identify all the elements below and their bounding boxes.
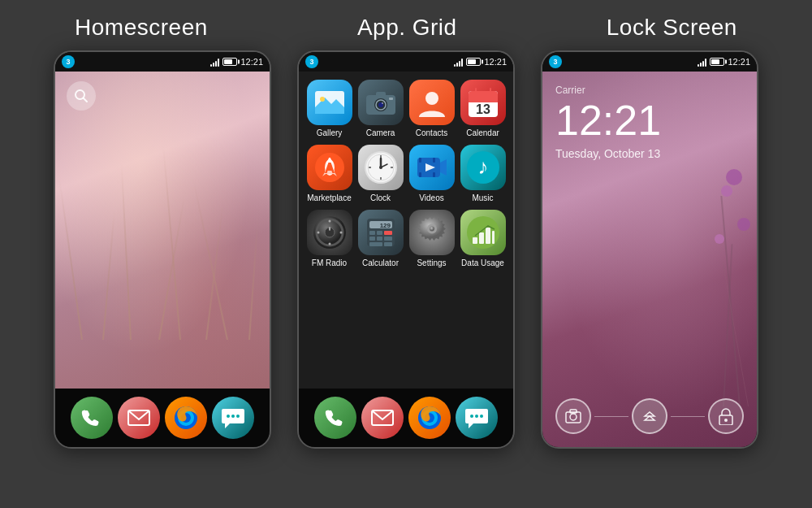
app-item-videos[interactable]: Videos — [408, 145, 456, 203]
calendar-svg: 13 — [465, 85, 501, 120]
unlock-button[interactable] — [632, 398, 667, 434]
app-grid: Gallery C — [305, 80, 507, 268]
app-item-settings[interactable]: Settings — [408, 210, 456, 268]
music-svg: ♪ — [465, 150, 501, 185]
status-right-2: 12:21 — [454, 57, 507, 67]
dock-firefox-button-2[interactable] — [408, 397, 451, 439]
status-left: 3 — [62, 55, 75, 68]
grass-blade — [162, 145, 181, 340]
svg-point-7 — [231, 415, 235, 418]
svg-point-17 — [382, 102, 383, 104]
dock-phone-button-2[interactable] — [314, 397, 356, 439]
lockscreen-title: Lock Screen — [607, 15, 737, 41]
flower-1 — [726, 169, 742, 185]
svg-rect-48 — [419, 172, 421, 177]
svg-point-11 — [320, 97, 325, 102]
videos-svg — [414, 150, 450, 185]
network-indicator-3: 3 — [549, 55, 562, 68]
svg-rect-50 — [433, 172, 435, 177]
grass-blade — [248, 218, 258, 340]
svg-rect-72 — [384, 242, 392, 246]
lockscreen-phone: 3 12:21 — [541, 50, 758, 449]
svg-rect-76 — [473, 237, 477, 244]
dock-mail-button-2[interactable] — [361, 397, 404, 439]
phones-row: 3 12:21 — [54, 50, 758, 449]
fmradio-icon — [307, 210, 352, 255]
battery-fill-3 — [711, 59, 719, 64]
lock-time: 12:21 — [555, 98, 744, 144]
calculator-icon: 129 — [358, 210, 404, 255]
svg-point-88 — [570, 414, 577, 420]
signal-bar — [702, 61, 704, 67]
app-item-music[interactable]: ♪ Music — [459, 145, 507, 203]
dock-mail-button[interactable] — [118, 397, 160, 439]
homescreen-phone: 3 12:21 — [54, 50, 271, 449]
homescreen-title: Homescreen — [75, 15, 208, 41]
camera-label: Camera — [366, 128, 395, 138]
svg-point-74 — [430, 227, 434, 232]
calendar-icon: 13 — [460, 80, 506, 125]
svg-rect-18 — [389, 98, 393, 100]
lock-icon — [718, 407, 734, 425]
battery-fill — [224, 59, 232, 64]
dock-phone-button[interactable] — [71, 397, 113, 439]
app-item-calendar[interactable]: 13 Calendar — [459, 80, 507, 138]
svg-rect-49 — [433, 158, 435, 163]
status-time-3: 12:21 — [728, 57, 750, 67]
dock-firefox-button[interactable] — [165, 397, 207, 439]
app-item-fmradio[interactable]: FM Radio — [305, 210, 353, 268]
camera-icon — [358, 80, 404, 125]
lock-camera-icon — [564, 407, 582, 425]
signal-bar-4 — [218, 59, 219, 67]
contacts-svg — [414, 85, 450, 120]
status-right: 12:21 — [210, 57, 263, 67]
svg-point-84 — [470, 415, 473, 418]
videos-label: Videos — [419, 193, 443, 203]
homescreen-wallpaper — [55, 72, 270, 389]
lock-line-right — [671, 416, 705, 417]
svg-marker-46 — [440, 159, 447, 176]
svg-rect-79 — [492, 231, 495, 244]
app-item-clock[interactable]: Clock — [356, 145, 404, 203]
app-item-gallery[interactable]: Gallery — [305, 80, 353, 138]
signal-bar — [698, 64, 699, 67]
clock-icon — [358, 145, 404, 190]
dock-messages-button[interactable] — [212, 397, 254, 439]
grass-blade — [121, 161, 132, 340]
lock-unlock-button[interactable] — [708, 398, 744, 434]
calculator-svg: 129 — [363, 215, 399, 250]
app-item-datausage[interactable]: Data Usage — [459, 210, 507, 268]
svg-rect-13 — [376, 92, 386, 97]
svg-rect-70 — [384, 237, 392, 241]
dock-messages-button-2[interactable] — [456, 397, 498, 439]
appgrid-statusbar: 3 12:21 — [299, 52, 513, 72]
battery-fill-2 — [468, 59, 476, 64]
grass-blade — [58, 179, 83, 340]
signal-bar — [461, 59, 463, 67]
app-item-marketplace[interactable]: A A Marketplace — [305, 145, 353, 203]
svg-text:♪: ♪ — [477, 154, 488, 179]
svg-rect-68 — [369, 237, 375, 241]
grass-decoration — [55, 112, 270, 340]
grass-blade — [158, 196, 185, 340]
gallery-label: Gallery — [317, 128, 343, 138]
lock-camera-button[interactable] — [555, 398, 591, 434]
marketplace-icon: A A — [307, 145, 352, 190]
svg-point-19 — [425, 92, 438, 105]
gallery-icon — [307, 80, 352, 125]
signal-bar — [700, 63, 702, 67]
fmradio-svg — [312, 215, 348, 250]
app-item-camera[interactable]: Camera — [356, 80, 404, 138]
lock-carrier: Carrier — [555, 85, 744, 96]
signal-bar — [459, 61, 460, 67]
music-icon: ♪ — [460, 145, 506, 190]
settings-svg — [414, 215, 450, 250]
app-item-calculator[interactable]: 129 Calculator — [356, 210, 404, 268]
lock-date: Tuesday, October 13 — [555, 147, 744, 160]
gallery-svg — [312, 85, 348, 120]
clock-label: Clock — [370, 193, 391, 203]
search-button[interactable] — [67, 81, 96, 111]
app-item-contacts[interactable]: Contacts — [408, 80, 456, 138]
appgrid-title: App. Grid — [357, 15, 457, 41]
clock-svg — [363, 150, 399, 185]
